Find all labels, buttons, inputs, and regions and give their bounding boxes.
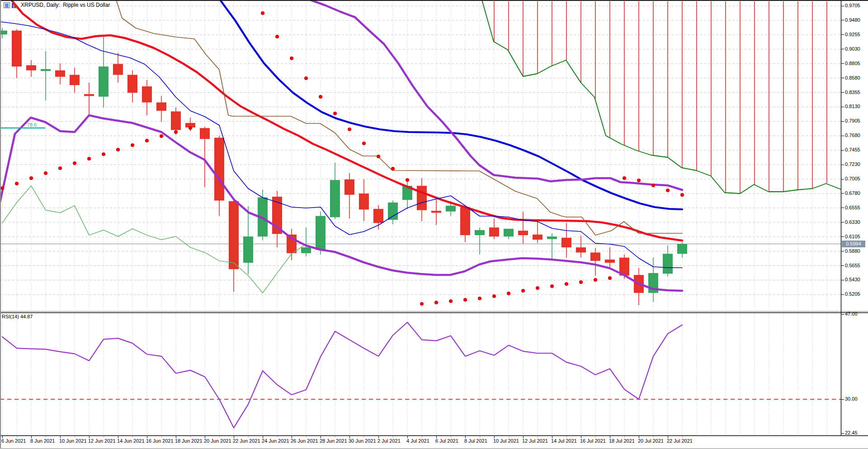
candle-up [677, 244, 687, 254]
candle-down [84, 94, 94, 96]
price-axis-label: 0.7005 [845, 176, 860, 181]
price-axis-label: 0.8805 [845, 61, 860, 66]
candle-down [359, 194, 369, 209]
price-axis-tick [841, 193, 844, 194]
price-axis-label: 0.6330 [845, 219, 860, 225]
time-axis-minor-tick [104, 436, 104, 437]
time-axis-minor-tick [17, 436, 17, 437]
chart-title-bar: XRPUSD, Daily: Ripple vs US Dollar [4, 1, 110, 9]
time-axis-label: 24 Jun 2021 [262, 438, 289, 444]
candle-down [142, 86, 152, 102]
rsi-axis-tick [841, 399, 844, 400]
time-axis-label: 22 Jul 2021 [667, 438, 693, 444]
candle-down [113, 64, 123, 75]
rsi-axis-label: 47.00 [845, 311, 858, 317]
candle-down [460, 207, 470, 235]
time-axis-label: 18 Jul 2021 [609, 438, 635, 444]
rsi-axis-tick [841, 433, 844, 434]
window-top-edge [0, 0, 868, 1]
price-axis-tick [841, 150, 844, 151]
price-axis-tick [841, 265, 844, 266]
rsi-axis-label: 30.00 [845, 396, 858, 402]
time-axis-minor-tick [219, 436, 220, 437]
time-axis-minor-tick [335, 436, 335, 437]
candle-down [373, 209, 383, 223]
time-axis-minor-tick [422, 436, 422, 437]
window-left-edge [0, 0, 1, 449]
price-axis-tick [841, 280, 844, 280]
candle-down [344, 180, 354, 195]
current-price-badge: 0.5994 [842, 241, 865, 247]
price-axis-label: 0.5205 [845, 291, 860, 297]
time-axis-label: 8 Jun 2021 [30, 438, 55, 444]
candle-down [417, 186, 427, 210]
candle-up [0, 31, 7, 35]
candle-down [518, 231, 528, 235]
candle-up [388, 203, 398, 220]
time-axis-minor-tick [306, 436, 307, 437]
candle-down [200, 128, 210, 139]
price-axis-tick [841, 49, 844, 49]
price-axis-tick [841, 34, 844, 35]
time-axis-label: 14 Jul 2021 [551, 438, 577, 444]
price-axis-tick [841, 294, 844, 295]
price-axis-label: 0.6555 [845, 205, 860, 210]
candle-down [605, 260, 615, 263]
price-chart-canvas[interactable] [0, 0, 868, 449]
candle-up [41, 69, 51, 71]
price-axis-label: 0.7230 [845, 161, 860, 167]
candle-down [55, 71, 65, 77]
time-axis-label: 12 Jul 2021 [522, 438, 548, 444]
price-axis-tick [841, 165, 844, 165]
price-axis-tick [841, 6, 844, 6]
fibonacci-level-label: 78.6 [27, 122, 37, 128]
candle-down [590, 252, 600, 260]
time-axis-label: 26 Jun 2021 [291, 438, 318, 444]
candle-up [301, 247, 311, 253]
price-axis-label: 0.7680 [845, 132, 860, 138]
candle-down [576, 247, 586, 252]
price-axis-label: 0.6780 [845, 190, 860, 196]
time-axis-label: 14 Jun 2021 [117, 438, 145, 444]
time-axis-label: 16 Jul 2021 [580, 438, 606, 444]
candle-down [12, 31, 22, 66]
rsi-axis-label: 22.45 [845, 430, 858, 435]
time-axis-minor-tick [393, 436, 393, 437]
candle-up [316, 216, 326, 250]
price-axis-tick [841, 63, 844, 64]
price-axis-tick [841, 222, 844, 222]
time-axis-label: 4 Jul 2021 [406, 438, 429, 444]
chart-title: XRPUSD, Daily: Ripple vs US Dollar [21, 2, 110, 8]
time-axis-minor-tick [46, 436, 46, 437]
price-axis-label: 0.5880 [845, 248, 860, 254]
candle-up [504, 229, 514, 236]
price-axis-label: 0.7455 [845, 147, 860, 152]
price-axis-label: 0.8355 [845, 90, 860, 95]
price-axis-label: 0.5430 [845, 277, 860, 282]
time-axis-minor-tick [248, 436, 249, 437]
candle-down [489, 227, 499, 236]
time-axis-minor-tick [190, 436, 191, 437]
price-axis-label: 0.7905 [845, 118, 860, 123]
time-axis-minor-tick [653, 436, 654, 437]
candle-up [547, 236, 557, 239]
price-axis-tick [841, 121, 844, 122]
candle-down [70, 75, 80, 85]
price-axis-tick [841, 107, 844, 107]
time-axis-label: 12 Jun 2021 [88, 438, 116, 444]
time-axis-label: 20 Jun 2021 [204, 438, 231, 444]
time-axis-minor-tick [682, 436, 683, 437]
bar-chart-icon[interactable] [11, 2, 18, 8]
candle-up [99, 66, 108, 97]
candle-up [243, 236, 253, 263]
candle-down [171, 111, 181, 130]
candle-up [663, 254, 673, 274]
candle-down [26, 65, 36, 70]
indicator-list-icon[interactable] [4, 2, 10, 8]
time-axis-minor-tick [75, 436, 75, 437]
price-axis-label: 0.6105 [845, 234, 860, 239]
price-axis-label: 0.9705 [845, 3, 860, 8]
time-axis-minor-tick [538, 436, 538, 437]
price-axis-tick [841, 78, 844, 78]
price-axis-label: 0.9030 [845, 46, 860, 52]
